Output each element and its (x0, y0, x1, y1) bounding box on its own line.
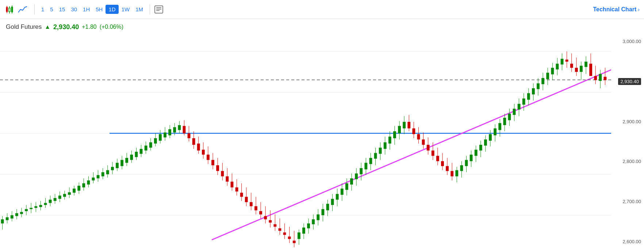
price-change: +1.80 (82, 24, 96, 30)
price-level-2930: 2,930.40 (614, 79, 641, 84)
toolbar: 1 5 15 30 1H 5H 1D 1W 1M Technical Chart… (0, 0, 644, 19)
timeframe-1M[interactable]: 1M (133, 5, 146, 14)
current-price-badge: 2,930.40 (618, 78, 641, 85)
price-level-2800: 2,800.00 (614, 159, 641, 164)
timeframe-15[interactable]: 15 (56, 5, 68, 14)
price-level-2600: 2,600.00 (614, 239, 641, 244)
timeframe-1D[interactable]: 1D (106, 5, 118, 14)
svg-rect-3 (9, 8, 10, 12)
timeframe-1[interactable]: 1 (38, 5, 47, 14)
price-change-pct: (+0.06%) (100, 24, 123, 30)
timeframe-1H[interactable]: 1H (80, 5, 93, 14)
technical-chart-label: Technical Chart (593, 6, 636, 13)
canvas-container (0, 35, 611, 248)
svg-rect-0 (6, 7, 8, 12)
timeframe-1W[interactable]: 1W (119, 5, 133, 14)
svg-rect-9 (155, 6, 163, 13)
line-chart-icon[interactable] (18, 4, 28, 15)
timeframe-5[interactable]: 5 (47, 5, 56, 14)
timeframe-30[interactable]: 30 (68, 5, 80, 14)
price-axis: 3,000.00 2,930.40 2,900.00 2,800.00 2,70… (611, 35, 644, 248)
price-up-arrow: ▲ (45, 24, 50, 30)
current-price: 2,930.40 (53, 23, 79, 31)
price-level-2900: 2,900.00 (614, 119, 641, 124)
technical-chart-chevron[interactable]: › (638, 7, 640, 12)
price-header: Gold Futures ▲ 2,930.40 +1.80 (+0.06%) (0, 19, 644, 35)
news-icon[interactable] (154, 4, 164, 15)
chart-area: 3,000.00 2,930.40 2,900.00 2,800.00 2,70… (0, 35, 644, 248)
toolbar-divider-1 (34, 4, 35, 15)
price-level-2700: 2,700.00 (614, 199, 641, 204)
instrument-name: Gold Futures (6, 23, 42, 31)
svg-rect-6 (11, 7, 13, 12)
timeframe-5H[interactable]: 5H (93, 5, 106, 14)
candlestick-chart-icon[interactable] (4, 4, 15, 15)
price-level-3000: 3,000.00 (614, 39, 641, 44)
toolbar-divider-2 (150, 4, 150, 15)
